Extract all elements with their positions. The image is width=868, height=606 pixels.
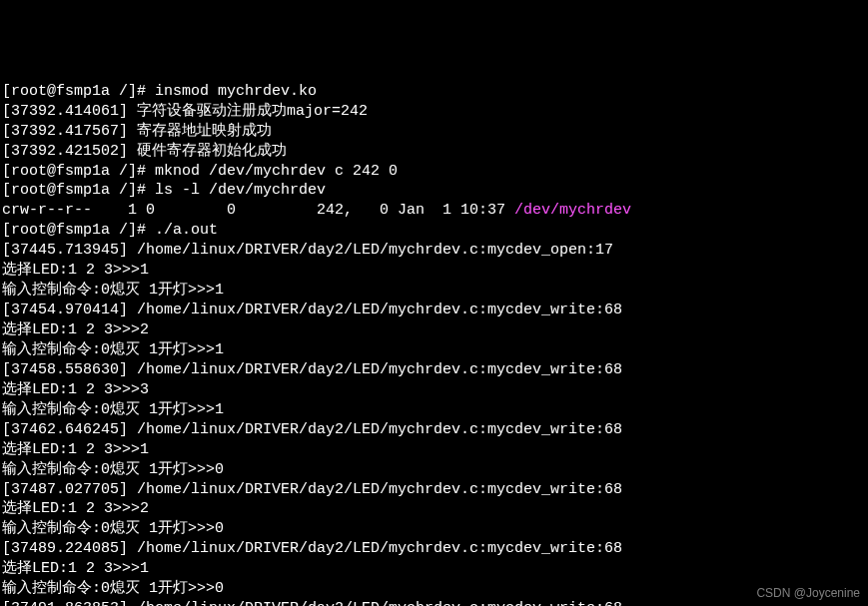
terminal-text: /dev/mychrdev bbox=[514, 202, 631, 219]
terminal-text: 输入控制命令:0熄灭 1开灯>>>0 bbox=[2, 580, 224, 597]
terminal-line: [root@fsmp1a /]# ./a.out bbox=[2, 221, 866, 241]
terminal-text: 输入控制命令:0熄灭 1开灯>>>1 bbox=[2, 401, 224, 418]
terminal-text: crw-r--r-- 1 0 0 242, 0 Jan 1 10:37 bbox=[2, 202, 514, 219]
terminal-text: 输入控制命令:0熄灭 1开灯>>>0 bbox=[2, 520, 224, 537]
watermark: CSDN @Joycenine bbox=[756, 586, 860, 602]
terminal-line: [37458.558630] /home/linux/DRIVER/day2/L… bbox=[2, 360, 866, 380]
terminal-text: 输入控制命令:0熄灭 1开灯>>>0 bbox=[2, 461, 224, 478]
terminal-output[interactable]: [root@fsmp1a /]# insmod mychrdev.ko[3739… bbox=[2, 82, 866, 606]
terminal-line: [37487.027705] /home/linux/DRIVER/day2/L… bbox=[2, 480, 866, 500]
terminal-line: 输入控制命令:0熄灭 1开灯>>>1 bbox=[2, 340, 866, 360]
terminal-text: [37462.646245] /home/linux/DRIVER/day2/L… bbox=[2, 421, 622, 438]
terminal-line: [37491.863853] /home/linux/DRIVER/day2/L… bbox=[2, 599, 866, 606]
terminal-line: 输入控制命令:0熄灭 1开灯>>>0 bbox=[2, 460, 866, 480]
terminal-line: [37392.414061] 字符设备驱动注册成功major=242 bbox=[2, 102, 866, 122]
terminal-line: 选择LED:1 2 3>>>3 bbox=[2, 380, 866, 400]
terminal-line: [37392.421502] 硬件寄存器初始化成功 bbox=[2, 142, 866, 162]
terminal-line: [37489.224085] /home/linux/DRIVER/day2/L… bbox=[2, 539, 866, 559]
terminal-text: [37392.421502] 硬件寄存器初始化成功 bbox=[2, 143, 287, 160]
terminal-text: 选择LED:1 2 3>>>2 bbox=[2, 500, 149, 517]
terminal-text: 选择LED:1 2 3>>>2 bbox=[2, 321, 149, 338]
terminal-line: [37454.970414] /home/linux/DRIVER/day2/L… bbox=[2, 301, 866, 320]
terminal-text: 选择LED:1 2 3>>>1 bbox=[2, 262, 149, 279]
terminal-text: [37454.970414] /home/linux/DRIVER/day2/L… bbox=[2, 302, 622, 318]
terminal-text: [root@fsmp1a /]# mknod /dev/mychrdev c 2… bbox=[2, 163, 398, 180]
terminal-text: [root@fsmp1a /]# ls -l /dev/mychrdev bbox=[2, 182, 326, 199]
terminal-line: 选择LED:1 2 3>>>2 bbox=[2, 499, 866, 519]
terminal-text: 选择LED:1 2 3>>>1 bbox=[2, 441, 149, 458]
terminal-line: [37392.417567] 寄存器地址映射成功 bbox=[2, 122, 866, 142]
terminal-text: [37445.713945] /home/linux/DRIVER/day2/L… bbox=[2, 242, 613, 259]
terminal-line: 选择LED:1 2 3>>>1 bbox=[2, 261, 866, 281]
terminal-line: 输入控制命令:0熄灭 1开灯>>>0 bbox=[2, 579, 866, 599]
terminal-text: [37489.224085] /home/linux/DRIVER/day2/L… bbox=[2, 540, 622, 557]
terminal-text: [37392.417567] 寄存器地址映射成功 bbox=[2, 123, 272, 140]
terminal-text: 选择LED:1 2 3>>>3 bbox=[2, 381, 149, 398]
terminal-line: 选择LED:1 2 3>>>1 bbox=[2, 440, 866, 460]
terminal-line: 选择LED:1 2 3>>>1 bbox=[2, 559, 866, 579]
terminal-text: [root@fsmp1a /]# ./a.out bbox=[2, 222, 218, 239]
terminal-line: crw-r--r-- 1 0 0 242, 0 Jan 1 10:37 /dev… bbox=[2, 201, 866, 221]
terminal-line: 输入控制命令:0熄灭 1开灯>>>1 bbox=[2, 281, 866, 301]
terminal-line: [37462.646245] /home/linux/DRIVER/day2/L… bbox=[2, 420, 866, 440]
terminal-line: [root@fsmp1a /]# insmod mychrdev.ko bbox=[2, 82, 866, 102]
terminal-text: 选择LED:1 2 3>>>1 bbox=[2, 560, 149, 577]
terminal-line: [37445.713945] /home/linux/DRIVER/day2/L… bbox=[2, 241, 866, 261]
terminal-line: 选择LED:1 2 3>>>2 bbox=[2, 320, 866, 340]
terminal-line: [root@fsmp1a /]# ls -l /dev/mychrdev bbox=[2, 181, 866, 201]
terminal-text: [37392.414061] 字符设备驱动注册成功major=242 bbox=[2, 103, 368, 120]
terminal-text: [37487.027705] /home/linux/DRIVER/day2/L… bbox=[2, 481, 622, 498]
terminal-line: 输入控制命令:0熄灭 1开灯>>>0 bbox=[2, 519, 866, 539]
terminal-text: [root@fsmp1a /]# insmod mychrdev.ko bbox=[2, 83, 317, 100]
terminal-text: [37458.558630] /home/linux/DRIVER/day2/L… bbox=[2, 361, 622, 378]
terminal-text: [37491.863853] /home/linux/DRIVER/day2/L… bbox=[2, 600, 622, 606]
terminal-text: 输入控制命令:0熄灭 1开灯>>>1 bbox=[2, 341, 224, 358]
terminal-line: 输入控制命令:0熄灭 1开灯>>>1 bbox=[2, 400, 866, 420]
terminal-text: 输入控制命令:0熄灭 1开灯>>>1 bbox=[2, 282, 224, 299]
terminal-line: [root@fsmp1a /]# mknod /dev/mychrdev c 2… bbox=[2, 162, 866, 182]
